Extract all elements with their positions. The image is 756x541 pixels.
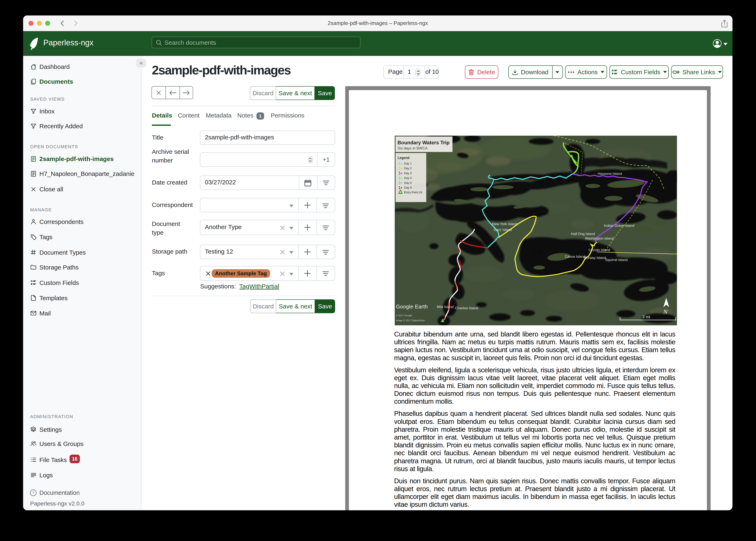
svg-text:Half Dog Island: Half Dog Island [571, 232, 595, 236]
svg-text:Boundary Waters Trip: Boundary Waters Trip [397, 140, 450, 145]
svg-text:Text: Text [530, 248, 542, 255]
svg-text:Gary Island: Gary Island [494, 228, 512, 232]
svg-text:3 mi: 3 mi [642, 314, 650, 319]
svg-text:Washington Island: Washington Island [585, 237, 614, 241]
svg-text:Day 5: Day 5 [404, 181, 412, 185]
svg-text:Image © 2017 DigitalGlobe: Image © 2017 DigitalGlobe [396, 319, 425, 321]
svg-text:New York Island: New York Island [492, 222, 517, 226]
svg-text:N: N [663, 308, 668, 315]
svg-text:Day 2: Day 2 [404, 167, 412, 170]
svg-text:© 2017 Google: © 2017 Google [396, 314, 412, 317]
svg-text:Indian Grave Island: Indian Grave Island [604, 224, 634, 228]
svg-text:Day 6: Day 6 [404, 186, 412, 189]
svg-text:Squirrel Island: Squirrel Island [605, 258, 628, 262]
svg-text:Canoe Island: Canoe Island [565, 255, 585, 259]
svg-text:Charlies Island: Charlies Island [455, 306, 478, 310]
svg-text:Lincoln Island: Lincoln Island [589, 248, 610, 252]
svg-text:Hausons Island: Hausons Island [598, 172, 622, 176]
svg-text:Six days in BWCA: Six days in BWCA [397, 146, 428, 150]
svg-text:Day 4: Day 4 [404, 176, 412, 180]
svg-text:Day 3: Day 3 [404, 172, 412, 175]
svg-text:Entry Point 24: Entry Point 24 [404, 191, 422, 194]
svg-text:Google Earth: Google Earth [396, 304, 428, 309]
svg-text:Mile Island: Mile Island [437, 305, 454, 309]
svg-text:Norway Island: Norway Island [584, 256, 606, 260]
svg-text:?: ? [32, 491, 34, 495]
svg-text:Day 1: Day 1 [404, 162, 412, 165]
svg-text:Legend: Legend [398, 156, 410, 160]
